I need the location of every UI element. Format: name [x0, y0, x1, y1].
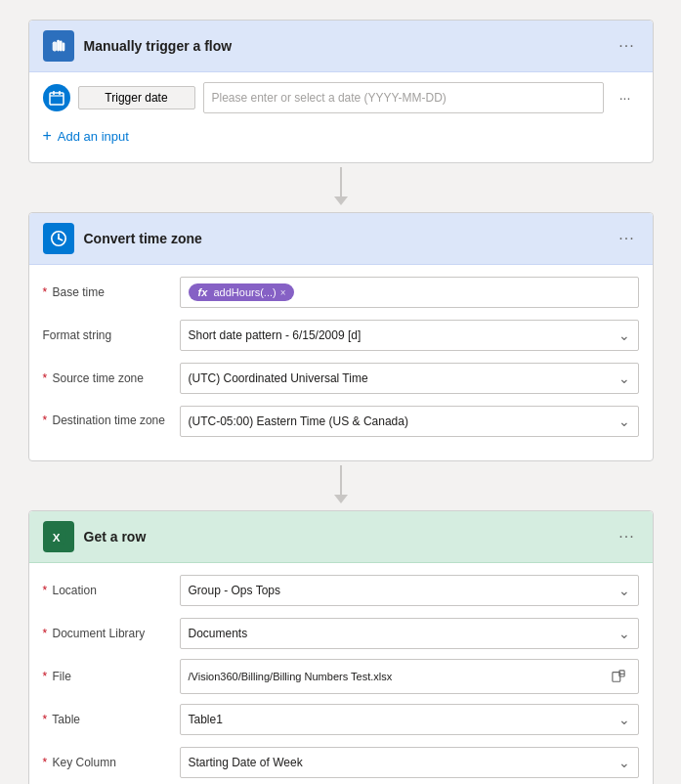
convert-card-body: * Base time fx addHours(...) × Format st…: [29, 265, 653, 460]
trigger-card-body: Trigger date Please enter or select a da…: [29, 72, 653, 162]
chevron-down-icon: ⌄: [618, 712, 630, 727]
token-close-icon[interactable]: ×: [280, 287, 286, 298]
field-row-basetime: * Base time fx addHours(...) ×: [43, 275, 639, 310]
trigger-date-row: Trigger date Please enter or select a da…: [43, 82, 639, 113]
svg-rect-3: [62, 42, 64, 51]
trigger-date-input[interactable]: Please enter or select a date (YYYY-MM-D…: [203, 82, 604, 113]
svg-rect-1: [57, 40, 60, 52]
calendar-icon: [43, 84, 70, 111]
svg-point-11: [57, 238, 59, 240]
chevron-down-icon: ⌄: [618, 414, 630, 429]
field-label-source-tz: * Source time zone: [43, 371, 180, 385]
add-input-button[interactable]: + Add an input: [43, 123, 639, 149]
file-browse-icon[interactable]: [607, 665, 630, 688]
flow-container: Manually trigger a flow ··· Trigger date…: [28, 20, 654, 784]
field-value-location[interactable]: Group - Ops Tops ⌄: [180, 575, 639, 606]
field-row-keycolumn: * Key Column Starting Date of Week ⌄: [43, 745, 639, 780]
trigger-date-menu[interactable]: ···: [612, 84, 639, 111]
field-label-table: * Table: [43, 713, 180, 726]
connector-1: [334, 163, 348, 212]
getrow-card-header: X Get a row ···: [29, 511, 653, 563]
field-label-doclibrary: * Document Library: [43, 627, 180, 640]
svg-rect-0: [52, 42, 57, 52]
field-value-source-tz[interactable]: (UTC) Coordinated Universal Time ⌄: [180, 363, 639, 394]
field-value-format[interactable]: Short date pattern - 6/15/2009 [d] ⌄: [180, 320, 639, 351]
field-row-format: Format string Short date pattern - 6/15/…: [43, 318, 639, 353]
convert-card-header: Convert time zone ···: [29, 213, 653, 265]
trigger-menu-button[interactable]: ···: [616, 34, 639, 58]
connector-line-1: [340, 167, 342, 196]
connector-arrow-2: [334, 495, 348, 503]
field-row-table: * Table Table1 ⌄: [43, 702, 639, 737]
connector-line-2: [340, 465, 342, 495]
svg-rect-4: [50, 93, 64, 105]
field-value-keycolumn[interactable]: Starting Date of Week ⌄: [180, 747, 639, 778]
convert-icon: [43, 223, 74, 254]
svg-text:X: X: [52, 531, 60, 544]
chevron-down-icon: ⌄: [618, 626, 630, 641]
trigger-card-header: Manually trigger a flow ···: [29, 21, 653, 72]
field-label-location: * Location: [43, 584, 180, 597]
connector-arrow-1: [334, 196, 348, 205]
field-row-dest-tz: * Destination time zone (UTC-05:00) East…: [43, 404, 639, 439]
fx-icon: fx: [196, 285, 210, 299]
plus-icon: +: [43, 127, 52, 145]
convert-card-title: Convert time zone: [84, 231, 616, 246]
field-value-file[interactable]: /Vision360/Billing/Billing Numbers Test.…: [180, 659, 639, 694]
field-value-dest-tz[interactable]: (UTC-05:00) Eastern Time (US & Canada) ⌄: [180, 406, 639, 437]
trigger-card: Manually trigger a flow ··· Trigger date…: [28, 20, 654, 163]
field-label-keycolumn: * Key Column: [43, 756, 180, 769]
addhours-token: fx addHours(...) ×: [189, 283, 294, 301]
field-value-table[interactable]: Table1 ⌄: [180, 704, 639, 735]
getrow-menu-button[interactable]: ···: [616, 525, 639, 548]
chevron-down-icon: ⌄: [618, 370, 630, 386]
chevron-down-icon: ⌄: [618, 583, 630, 598]
chevron-down-icon: ⌄: [618, 755, 630, 770]
field-label-format: Format string: [43, 328, 180, 342]
trigger-card-title: Manually trigger a flow: [84, 38, 616, 54]
convert-menu-button[interactable]: ···: [616, 227, 639, 250]
field-value-doclibrary[interactable]: Documents ⌄: [180, 618, 639, 649]
field-row-source-tz: * Source time zone (UTC) Coordinated Uni…: [43, 361, 639, 396]
chevron-down-icon: ⌄: [618, 327, 630, 343]
getrow-card-title: Get a row: [84, 529, 616, 544]
connector-2: [334, 461, 348, 510]
svg-rect-2: [59, 41, 62, 52]
field-label-dest-tz: * Destination time zone: [43, 414, 180, 429]
getrow-card: X Get a row ··· * Location Group - Ops T…: [28, 510, 654, 784]
field-row-location: * Location Group - Ops Tops ⌄: [43, 573, 639, 608]
convert-card: Convert time zone ··· * Base time fx add…: [28, 212, 654, 461]
field-label-file: * File: [43, 670, 180, 683]
trigger-date-label: Trigger date: [78, 86, 195, 109]
add-input-label: Add an input: [58, 129, 129, 144]
field-label-basetime: * Base time: [43, 285, 180, 299]
trigger-icon: [43, 30, 74, 62]
field-row-file: * File /Vision360/Billing/Billing Number…: [43, 659, 639, 694]
field-row-doclibrary: * Document Library Documents ⌄: [43, 616, 639, 651]
field-value-basetime[interactable]: fx addHours(...) ×: [180, 277, 639, 308]
excel-icon: X: [43, 521, 74, 552]
getrow-card-body: * Location Group - Ops Tops ⌄ * Document…: [29, 563, 653, 784]
